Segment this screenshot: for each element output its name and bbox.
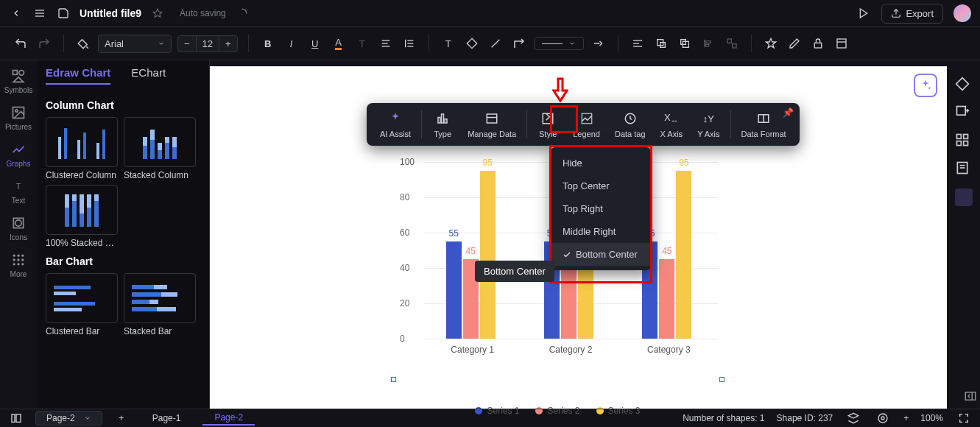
- undo-icon[interactable]: [12, 35, 29, 52]
- legend-position-dropdown: Hide Top Center Top Right Middle Right B…: [551, 147, 651, 270]
- svg-rect-57: [445, 119, 447, 123]
- selected-tool-icon[interactable]: [955, 188, 973, 206]
- fullscreen-icon[interactable]: [955, 409, 973, 427]
- redo-icon[interactable]: [35, 35, 53, 52]
- back-icon[interactable]: [9, 6, 24, 21]
- dd-hide[interactable]: Hide: [551, 152, 651, 174]
- svg-marker-25: [766, 38, 775, 48]
- svg-rect-58: [487, 114, 497, 123]
- lock-icon[interactable]: [809, 35, 827, 52]
- font-color-icon[interactable]: A: [330, 35, 348, 52]
- insert-icon[interactable]: [955, 105, 973, 122]
- rail-more[interactable]: More: [4, 252, 33, 278]
- thumb-clustered-bar[interactable]: Clustered Bar: [46, 273, 118, 336]
- notes-icon[interactable]: [955, 160, 973, 178]
- thumb-stacked-bar[interactable]: Stacked Bar: [124, 273, 196, 336]
- properties-icon[interactable]: [833, 35, 850, 52]
- font-size-decrease[interactable]: −: [178, 36, 196, 52]
- data-tag-icon: [622, 110, 638, 127]
- ft-y-axis[interactable]: ↕Y Y Axis: [691, 107, 725, 141]
- dd-top-center[interactable]: Top Center: [551, 174, 651, 197]
- collapse-right-icon[interactable]: [964, 389, 977, 405]
- y-axis-icon: ↕Y: [700, 110, 716, 127]
- rail-icons[interactable]: Icons: [4, 215, 33, 241]
- add-page-icon[interactable]: +: [113, 409, 130, 427]
- tab-edraw-chart[interactable]: Edraw Chart: [46, 66, 110, 85]
- menu-icon[interactable]: [32, 6, 47, 21]
- ft-legend[interactable]: Legend: [567, 107, 606, 141]
- ft-manage-data[interactable]: Manage Data: [462, 107, 522, 141]
- ai-sparkle-button[interactable]: [914, 74, 937, 97]
- rail-graphs[interactable]: Graphs: [4, 141, 33, 168]
- connector-icon[interactable]: [510, 35, 528, 52]
- ft-style[interactable]: Style: [532, 107, 564, 141]
- bar: 55: [446, 241, 462, 339]
- font-size-increase[interactable]: +: [219, 36, 237, 52]
- dd-bottom-center[interactable]: Bottom Center: [551, 243, 651, 266]
- layer-front-icon[interactable]: [652, 35, 670, 52]
- format-painter-icon[interactable]: [74, 35, 92, 52]
- tab-page-1[interactable]: Page-1: [141, 412, 193, 425]
- thumb-clustered-column[interactable]: Clustered Column: [46, 117, 118, 180]
- svg-rect-65: [16, 414, 21, 423]
- right-rail: [947, 66, 980, 409]
- zoom-value[interactable]: 100%: [920, 413, 943, 423]
- layers-icon[interactable]: [845, 409, 862, 427]
- thumb-100-stacked-column[interactable]: 100% Stacked C...: [46, 185, 118, 248]
- layer-back-icon[interactable]: [676, 35, 694, 52]
- avatar[interactable]: [953, 4, 971, 22]
- underline-icon[interactable]: U: [306, 35, 324, 52]
- focus-icon[interactable]: [874, 409, 892, 427]
- star-icon[interactable]: [150, 6, 165, 21]
- edit-icon[interactable]: [786, 35, 803, 52]
- play-icon[interactable]: [856, 6, 871, 21]
- line-color-icon[interactable]: [487, 35, 504, 52]
- style-icon: [540, 110, 556, 127]
- chart-type-icon: [434, 110, 451, 127]
- tab-echart[interactable]: EChart: [131, 66, 166, 85]
- fill-icon[interactable]: [463, 35, 481, 52]
- font-size-value[interactable]: 12: [196, 36, 219, 52]
- align-objects-icon[interactable]: [699, 35, 717, 52]
- dd-middle-right[interactable]: Middle Right: [551, 220, 651, 243]
- text-tool-icon[interactable]: T: [440, 35, 457, 52]
- group-icon[interactable]: [723, 35, 741, 52]
- arrow-style-icon[interactable]: [590, 35, 607, 52]
- svg-rect-27: [837, 39, 846, 48]
- theme-icon[interactable]: [955, 77, 973, 94]
- ft-ai-assist[interactable]: AI Assist: [374, 107, 417, 141]
- outline-icon[interactable]: [7, 409, 25, 427]
- line-spacing-icon[interactable]: [401, 35, 418, 52]
- bold-icon[interactable]: B: [259, 35, 277, 52]
- rail-pictures[interactable]: Pictures: [4, 105, 33, 131]
- tab-page-2[interactable]: Page-2: [202, 411, 255, 426]
- italic-icon[interactable]: I: [283, 35, 300, 52]
- sparkle-icon: [387, 110, 403, 127]
- rail-symbols[interactable]: Symbols: [4, 68, 33, 94]
- grid-icon[interactable]: [955, 133, 973, 150]
- ft-type[interactable]: Type: [426, 107, 459, 141]
- svg-rect-26: [814, 43, 821, 48]
- align-icon[interactable]: [377, 35, 395, 52]
- export-label: Export: [906, 8, 934, 19]
- ft-data-tag[interactable]: Data tag: [609, 107, 652, 141]
- dd-top-right[interactable]: Top Right: [551, 197, 651, 220]
- distribute-icon[interactable]: [629, 35, 646, 52]
- font-size-stepper[interactable]: − 12 +: [177, 35, 238, 52]
- font-family-select[interactable]: Arial: [98, 35, 172, 53]
- pin-icon[interactable]: 📌: [783, 107, 794, 118]
- save-icon[interactable]: [56, 6, 71, 21]
- effects-icon[interactable]: [762, 35, 780, 52]
- ft-x-axis[interactable]: X↔ X Axis: [655, 107, 689, 141]
- svg-point-35: [15, 220, 21, 226]
- y-tick: 60: [400, 227, 409, 238]
- export-button[interactable]: Export: [881, 4, 943, 24]
- text-effect-icon[interactable]: T: [353, 35, 371, 52]
- line-style-select[interactable]: [534, 37, 584, 50]
- loading-spinner-icon: [235, 6, 250, 21]
- page-selector[interactable]: Page-2: [35, 411, 102, 426]
- zoom-plus[interactable]: +: [903, 413, 909, 423]
- auto-save-label: Auto saving: [180, 8, 226, 18]
- thumb-stacked-column[interactable]: Stacked Column: [124, 117, 196, 180]
- rail-text[interactable]: T Text: [4, 178, 33, 205]
